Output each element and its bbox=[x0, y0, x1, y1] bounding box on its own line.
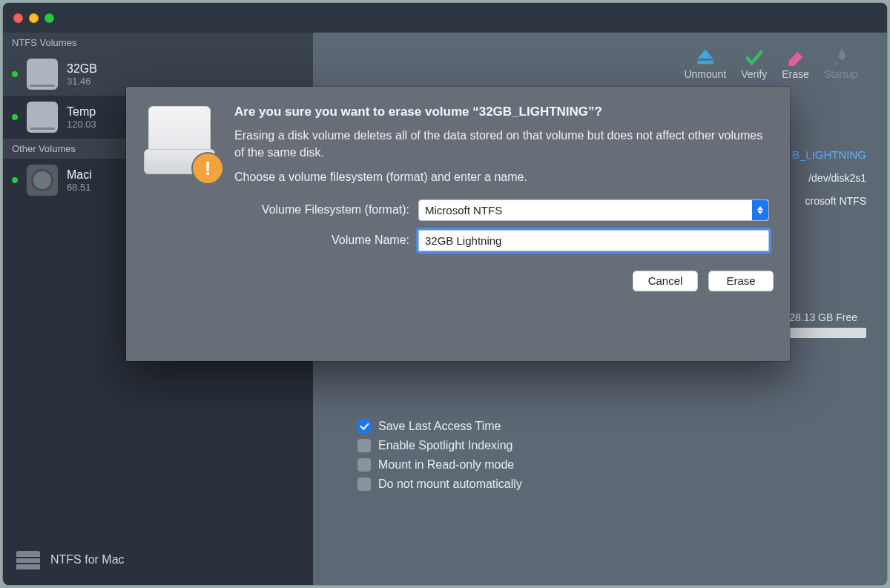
toolbar: Unmount Verify Erase Startup bbox=[313, 33, 887, 85]
unmount-button[interactable]: Unmount bbox=[684, 47, 726, 80]
volume-size: 68.51 bbox=[67, 182, 92, 193]
dialog-icon: ! bbox=[144, 105, 221, 182]
app-window: NTFS Volumes 32GB 31.46 Temp 120.03 Othe… bbox=[3, 3, 887, 585]
dialog-description: Erasing a disk volume deletes all of the… bbox=[234, 127, 769, 161]
minimize-window-button[interactable] bbox=[29, 13, 39, 23]
button-label: Erase bbox=[726, 274, 755, 287]
toolbar-label: Verify bbox=[741, 68, 767, 80]
drive-icon bbox=[27, 59, 58, 90]
filesystem-select[interactable]: Microsoft NTFS bbox=[418, 199, 769, 221]
drive-icon bbox=[27, 102, 58, 133]
rocket-icon bbox=[830, 47, 851, 67]
checkbox-icon bbox=[357, 458, 371, 472]
mount-options: Save Last Access Time Enable Spotlight I… bbox=[357, 420, 522, 491]
volume-name: Maci bbox=[67, 168, 92, 182]
hdd-icon bbox=[27, 165, 58, 196]
app-icon bbox=[16, 551, 40, 569]
startup-button: Startup bbox=[824, 47, 857, 80]
option-save-access-time[interactable]: Save Last Access Time bbox=[357, 420, 522, 433]
check-icon bbox=[744, 47, 765, 67]
dialog-instruction: Choose a volume filesystem (format) and … bbox=[234, 168, 769, 185]
cancel-button[interactable]: Cancel bbox=[633, 271, 698, 291]
volume-name: Temp bbox=[67, 105, 96, 119]
svg-rect-0 bbox=[697, 61, 713, 65]
erase-confirm-button[interactable]: Erase bbox=[708, 271, 774, 291]
volume-name-label: Volume Name: bbox=[235, 234, 409, 247]
erase-button[interactable]: Erase bbox=[782, 47, 809, 80]
traffic-lights bbox=[13, 13, 54, 23]
maximize-window-button[interactable] bbox=[44, 13, 54, 23]
filesystem-value: Microsoft NTFS bbox=[425, 204, 502, 217]
status-dot-icon bbox=[12, 71, 18, 77]
sidebar-footer: NTFS for Mac bbox=[3, 538, 313, 585]
volume-size: 31.46 bbox=[67, 76, 97, 87]
checkbox-icon bbox=[357, 420, 371, 433]
option-label: Do not mount automatically bbox=[378, 478, 522, 491]
toolbar-label: Erase bbox=[782, 68, 809, 80]
verify-button[interactable]: Verify bbox=[741, 47, 767, 80]
app-name: NTFS for Mac bbox=[50, 553, 125, 566]
button-label: Cancel bbox=[648, 274, 683, 287]
eject-icon bbox=[695, 47, 716, 67]
volume-name: 32GB bbox=[67, 62, 97, 76]
checkbox-icon bbox=[357, 478, 371, 491]
toolbar-label: Startup bbox=[824, 68, 857, 80]
volume-name-input[interactable] bbox=[418, 230, 769, 251]
filesystem-label: Volume Filesystem (format): bbox=[235, 203, 409, 217]
option-label: Mount in Read-only mode bbox=[378, 458, 514, 472]
status-dot-icon bbox=[12, 114, 18, 120]
alert-badge-icon: ! bbox=[193, 153, 222, 183]
status-dot-icon bbox=[12, 177, 18, 183]
option-no-automount[interactable]: Do not mount automatically bbox=[357, 478, 522, 491]
select-arrows-icon bbox=[752, 200, 768, 220]
sidebar-section-ntfs: NTFS Volumes bbox=[3, 33, 313, 53]
erase-dialog: ! Are you sure you want to erase volume … bbox=[126, 87, 790, 361]
eraser-icon bbox=[785, 47, 806, 67]
volume-size: 120.03 bbox=[67, 119, 96, 130]
title-bar bbox=[3, 3, 887, 33]
option-label: Save Last Access Time bbox=[378, 420, 501, 433]
dialog-title: Are you sure you want to erase volume “3… bbox=[234, 105, 769, 119]
option-spotlight[interactable]: Enable Spotlight Indexing bbox=[357, 439, 522, 452]
option-readonly[interactable]: Mount in Read-only mode bbox=[357, 458, 522, 472]
option-label: Enable Spotlight Indexing bbox=[378, 439, 512, 452]
close-window-button[interactable] bbox=[13, 13, 23, 23]
checkbox-icon bbox=[357, 439, 371, 452]
toolbar-label: Unmount bbox=[684, 68, 726, 80]
